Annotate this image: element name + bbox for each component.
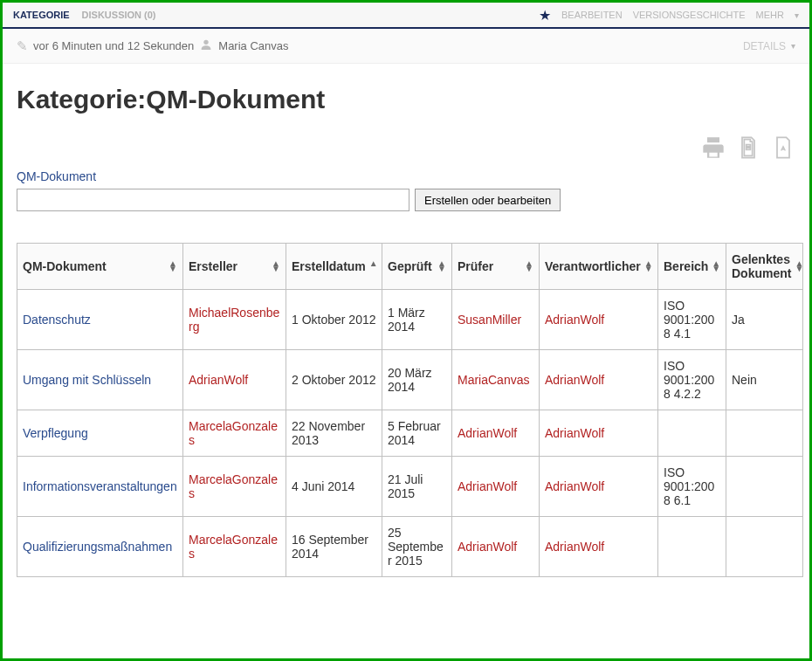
- documents-table: QM-Dokument▲▼ Ersteller▲▼ Erstelldatum▲▼…: [17, 243, 803, 577]
- svg-point-0: [204, 40, 209, 45]
- sort-icon: ▲▼: [795, 261, 803, 272]
- details-toggle[interactable]: DETAILS ▾: [743, 40, 795, 52]
- create-button[interactable]: [415, 189, 561, 211]
- sort-asc-icon: ▲▼: [369, 261, 378, 272]
- doc-link[interactable]: Umgang mit Schlüsseln: [23, 373, 151, 387]
- table-row: QualifizierungsmaßnahmenMarcelaGonzales1…: [17, 517, 803, 577]
- table-row: Umgang mit SchlüsselnAdrianWolf2 Oktober…: [17, 350, 803, 410]
- cell-gelenkt: Ja: [726, 290, 803, 350]
- user-link[interactable]: AdrianWolf: [545, 373, 604, 387]
- cell-erstelldatum: 1 Oktober 2012: [286, 290, 382, 350]
- col-header-geprueft[interactable]: Geprüft▲▼: [382, 244, 452, 290]
- info-bar: ✎ vor 6 Minuten und 12 Sekunden Maria Ca…: [3, 29, 809, 64]
- sort-icon: ▲▼: [644, 261, 653, 272]
- user-link[interactable]: AdrianWolf: [545, 313, 604, 327]
- col-header-doc[interactable]: QM-Dokument▲▼: [17, 244, 183, 290]
- cell-gelenkt: [726, 457, 803, 517]
- sort-icon: ▲▼: [437, 261, 446, 272]
- cell-bereich: ISO 9001:2008 4.2.2: [658, 350, 726, 410]
- user-link[interactable]: MarcelaGonzales: [189, 533, 278, 561]
- print-icon[interactable]: [701, 135, 726, 162]
- user-link[interactable]: AdrianWolf: [458, 479, 517, 493]
- user-link[interactable]: AdrianWolf: [458, 540, 517, 554]
- cell-gelenkt: [726, 410, 803, 457]
- user-link[interactable]: MarcelaGonzales: [189, 419, 278, 447]
- pdf-icon[interactable]: [771, 135, 795, 162]
- user-link[interactable]: MariaCanvas: [458, 373, 529, 387]
- user-link[interactable]: AdrianWolf: [545, 479, 604, 493]
- cell-erstelldatum: 4 Juni 2014: [286, 457, 382, 517]
- pencil-icon: ✎: [17, 38, 28, 54]
- col-header-ersteller[interactable]: Ersteller▲▼: [183, 244, 286, 290]
- user-link[interactable]: SusanMiller: [458, 313, 521, 327]
- chevron-down-icon: ▾: [791, 41, 795, 51]
- cell-gelenkt: [726, 517, 803, 577]
- doc-link[interactable]: Qualifizierungsmaßnahmen: [23, 540, 172, 554]
- edit-link[interactable]: BEARBEITEN: [561, 10, 623, 20]
- table-row: InformationsveranstaltungenMarcelaGonzal…: [17, 457, 803, 517]
- user-link[interactable]: AdrianWolf: [458, 426, 517, 440]
- cell-bereich: [658, 517, 726, 577]
- top-nav: KATEGORIE DISKUSSION (0) ★ BEARBEITEN VE…: [3, 3, 809, 29]
- archive-icon[interactable]: [736, 135, 760, 162]
- chevron-down-icon[interactable]: ▾: [795, 10, 799, 20]
- sort-icon: ▲▼: [712, 261, 720, 272]
- col-header-verantw[interactable]: Verantwortlicher▲▼: [540, 244, 658, 290]
- cell-bereich: ISO 9001:2008 6.1: [658, 457, 726, 517]
- user-link[interactable]: MarcelaGonzales: [189, 472, 278, 500]
- star-icon[interactable]: ★: [539, 7, 551, 24]
- tab-kategorie[interactable]: KATEGORIE: [13, 10, 70, 20]
- cell-geprueft: 20 März 2014: [382, 350, 452, 410]
- col-header-bereich[interactable]: Bereich▲▼: [658, 244, 726, 290]
- user-link[interactable]: AdrianWolf: [189, 373, 248, 387]
- cell-geprueft: 1 März 2014: [382, 290, 452, 350]
- export-toolbar: [17, 135, 795, 162]
- col-header-erstelldatum[interactable]: Erstelldatum▲▼: [286, 244, 382, 290]
- create-input[interactable]: [17, 189, 409, 211]
- cell-geprueft: 5 Februar 2014: [382, 410, 452, 457]
- user-link[interactable]: AdrianWolf: [545, 540, 604, 554]
- cell-geprueft: 25 September 2015: [382, 517, 452, 577]
- last-edit-time: vor 6 Minuten und 12 Sekunden: [33, 39, 194, 52]
- sort-icon: ▲▼: [272, 261, 280, 272]
- sort-icon: ▲▼: [525, 261, 533, 272]
- col-header-pruefer[interactable]: Prüfer▲▼: [452, 244, 540, 290]
- col-header-gelenkt[interactable]: Gelenktes Dokument▲▼: [726, 244, 803, 290]
- last-edit-user[interactable]: Maria Canvas: [218, 39, 288, 52]
- page-title: Kategorie:QM-Dokument: [17, 85, 795, 114]
- table-row: DatenschutzMichaelRosenberg1 Oktober 201…: [17, 290, 803, 350]
- sort-icon: ▲▼: [169, 261, 177, 272]
- doc-link[interactable]: Datenschutz: [23, 313, 91, 327]
- table-row: VerpflegungMarcelaGonzales22 November 20…: [17, 410, 803, 457]
- category-link[interactable]: QM-Dokument: [17, 169, 795, 183]
- cell-bereich: [658, 410, 726, 457]
- doc-link[interactable]: Verpflegung: [23, 426, 88, 440]
- cell-geprueft: 21 Juli 2015: [382, 457, 452, 517]
- cell-erstelldatum: 22 November 2013: [286, 410, 382, 457]
- doc-link[interactable]: Informationsveranstaltungen: [23, 479, 177, 493]
- cell-erstelldatum: 2 Oktober 2012: [286, 350, 382, 410]
- history-link[interactable]: VERSIONSGESCHICHTE: [633, 10, 746, 20]
- cell-gelenkt: Nein: [726, 350, 803, 410]
- more-link[interactable]: MEHR: [756, 10, 784, 20]
- tab-diskussion[interactable]: DISKUSSION (0): [82, 10, 156, 20]
- cell-bereich: ISO 9001:2008 4.1: [658, 290, 726, 350]
- cell-erstelldatum: 16 September 2014: [286, 517, 382, 577]
- user-link[interactable]: AdrianWolf: [545, 426, 604, 440]
- user-icon: [199, 38, 213, 54]
- user-link[interactable]: MichaelRosenberg: [189, 306, 279, 334]
